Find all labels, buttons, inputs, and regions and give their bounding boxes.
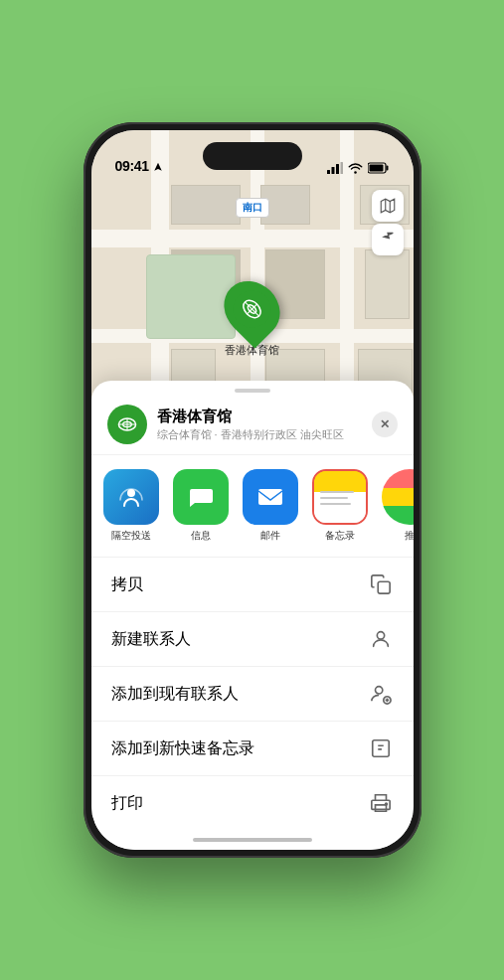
- wifi-icon: [348, 162, 363, 174]
- pin-inner: [234, 290, 271, 328]
- bottom-sheet: 香港体育馆 综合体育馆 · 香港特别行政区 油尖旺区 ✕: [91, 381, 414, 850]
- map-pin: 香港体育馆: [225, 279, 279, 358]
- notes-icon-bg: [312, 469, 368, 525]
- action-add-existing-contact[interactable]: 添加到现有联系人: [91, 667, 414, 722]
- messages-icon-bg: [173, 469, 229, 525]
- map-type-button[interactable]: [372, 190, 404, 222]
- airdrop-symbol: [116, 482, 146, 512]
- quick-note-label: 添加到新快速备忘录: [111, 738, 254, 759]
- share-messages[interactable]: 信息: [173, 469, 229, 543]
- map-label-flag: 南口: [243, 202, 262, 213]
- notes-lines: [320, 491, 360, 505]
- copy-icon: [368, 572, 394, 597]
- location-arrow-icon: [153, 162, 163, 172]
- status-icons: [327, 162, 390, 174]
- share-mail[interactable]: 邮件: [243, 469, 298, 543]
- venue-name: 香港体育馆: [157, 408, 372, 426]
- map-controls[interactable]: [372, 190, 404, 255]
- venue-stadium-icon: [115, 412, 139, 436]
- home-indicator: [193, 838, 312, 842]
- add-existing-label: 添加到现有联系人: [111, 684, 239, 705]
- svg-rect-3: [340, 162, 343, 174]
- share-notes[interactable]: 备忘录: [312, 469, 368, 543]
- new-contact-label: 新建联系人: [111, 629, 191, 650]
- stadium-icon: [234, 290, 271, 328]
- map-icon: [379, 197, 397, 215]
- svg-rect-21: [372, 740, 389, 757]
- copy-label: 拷贝: [111, 574, 143, 595]
- svg-rect-17: [378, 581, 390, 593]
- print-label: 打印: [111, 793, 143, 814]
- action-copy[interactable]: 拷贝: [91, 558, 414, 612]
- new-contact-icon: [368, 626, 394, 652]
- signal-icon: [327, 162, 343, 174]
- status-time: 09:41: [115, 158, 149, 174]
- location-button[interactable]: [372, 224, 404, 255]
- airdrop-icon: [103, 469, 159, 525]
- svg-rect-1: [331, 167, 334, 174]
- svg-rect-0: [327, 170, 330, 174]
- action-print[interactable]: 打印: [91, 776, 414, 830]
- share-airdrop[interactable]: 隔空投送: [103, 469, 159, 543]
- share-more[interactable]: 推: [382, 469, 414, 543]
- svg-rect-5: [386, 166, 388, 171]
- venue-header: 香港体育馆 综合体育馆 · 香港特别行政区 油尖旺区 ✕: [91, 393, 414, 455]
- action-add-quick-note[interactable]: 添加到新快速备忘录: [91, 722, 414, 776]
- svg-point-18: [377, 632, 384, 639]
- print-icon: [368, 790, 394, 816]
- messages-label: 信息: [191, 529, 211, 543]
- messages-symbol: [185, 481, 217, 513]
- venue-icon: [107, 405, 147, 444]
- mail-symbol: [254, 481, 286, 513]
- svg-point-15: [127, 489, 135, 497]
- svg-rect-6: [369, 165, 383, 172]
- venue-subtitle: 综合体育馆 · 香港特别行政区 油尖旺区: [157, 427, 372, 442]
- action-new-contact[interactable]: 新建联系人: [91, 612, 414, 667]
- svg-point-19: [375, 687, 382, 694]
- compass-icon: [380, 232, 396, 247]
- mail-icon-bg: [243, 469, 298, 525]
- quick-note-icon: [368, 735, 394, 761]
- battery-icon: [368, 162, 390, 174]
- close-button[interactable]: ✕: [372, 411, 398, 437]
- dynamic-island: [203, 142, 302, 170]
- svg-point-23: [385, 803, 387, 805]
- svg-rect-16: [258, 489, 282, 505]
- close-icon: ✕: [380, 417, 390, 431]
- map-label: 南口: [236, 198, 269, 218]
- notes-label: 备忘录: [325, 529, 355, 543]
- mail-label: 邮件: [260, 529, 280, 543]
- more-label: 推: [405, 529, 414, 543]
- add-existing-icon: [368, 681, 394, 707]
- more-icon-bg: [382, 469, 414, 525]
- phone-screen: 09:41: [91, 130, 414, 850]
- svg-rect-2: [336, 164, 339, 174]
- share-row: 隔空投送 信息: [91, 455, 414, 558]
- airdrop-label: 隔空投送: [111, 529, 151, 543]
- phone-frame: 09:41: [84, 122, 421, 858]
- action-list: 拷贝 新建联系人: [91, 558, 414, 830]
- venue-info: 香港体育馆 综合体育馆 · 香港特别行政区 油尖旺区: [157, 408, 372, 442]
